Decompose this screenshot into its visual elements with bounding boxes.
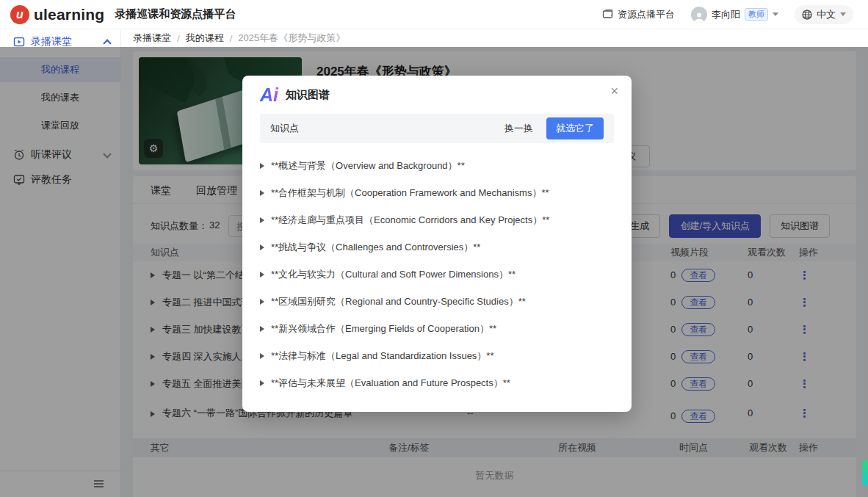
logo-wordmark: ulearning (34, 6, 104, 23)
breadcrumb-my-courses[interactable]: 我的课程 (186, 32, 224, 45)
item-label: **区域国别研究（Regional and Country-Specific S… (271, 295, 526, 308)
knowledge-point-item[interactable]: **区域国别研究（Regional and Country-Specific S… (260, 288, 614, 315)
expand-caret-icon[interactable] (260, 380, 264, 386)
swap-button[interactable]: 换一换 (504, 122, 533, 135)
assistant-drawer-handle[interactable] (862, 460, 868, 485)
breadcrumb-current-page: 2025年春《形势与政策》 (238, 32, 345, 45)
item-label: **法律与标准（Legal and Standardization Issues… (271, 349, 493, 363)
expand-caret-icon[interactable] (260, 326, 264, 332)
expand-caret-icon[interactable] (260, 272, 264, 277)
knowledge-point-item[interactable]: **评估与未来展望（Evaluation and Future Prospect… (260, 369, 614, 396)
knowledge-point-item[interactable]: **合作框架与机制（Cooperation Framework and Mech… (260, 179, 614, 206)
item-label: **评估与未来展望（Evaluation and Future Prospect… (271, 377, 510, 390)
modal-title: 知识图谱 (286, 88, 330, 102)
item-label: **挑战与争议（Challenges and Controversies）** (271, 241, 480, 254)
expand-caret-icon[interactable] (260, 299, 264, 305)
chevron-up-icon (103, 39, 111, 47)
item-label: **新兴领域合作（Emerging Fields of Cooperation）… (271, 322, 496, 335)
expand-caret-icon[interactable] (260, 190, 264, 196)
choose-it-button[interactable]: 就选它了 (546, 117, 604, 139)
item-label: **文化与软实力（Cultural and Soft Power Dimensi… (271, 268, 516, 281)
language-selector[interactable]: 中文 (795, 5, 853, 24)
breadcrumb-separator: / (230, 33, 233, 44)
knowledge-point-item[interactable]: **经济走廊与重点项目（Economic Corridors and Key P… (260, 206, 614, 233)
user-avatar (691, 7, 707, 23)
globe-icon (802, 10, 812, 20)
knowledge-point-item[interactable]: **法律与标准（Legal and Standardization Issues… (260, 342, 614, 369)
knowledge-point-item[interactable]: **概述与背景（Overview and Background）** (260, 152, 614, 179)
item-label: **概述与背景（Overview and Background）** (271, 159, 465, 173)
expand-caret-icon[interactable] (260, 217, 264, 223)
platform-switch-icon (602, 9, 613, 20)
knowledge-point-bar: 知识点 换一换 就选它了 (260, 114, 614, 143)
user-caret-icon (773, 12, 778, 16)
app-window: u ulearning 录播巡课和资源点播平台 资源点播平台 李向阳 教师 (0, 0, 868, 497)
user-role-badge: 教师 (745, 8, 768, 21)
expand-caret-icon[interactable] (260, 163, 264, 169)
modal-header: Ai 知识图谱 × (242, 76, 632, 114)
expand-caret-icon[interactable] (260, 353, 264, 359)
language-label: 中文 (817, 8, 836, 21)
app-logo[interactable]: u ulearning (10, 5, 104, 24)
user-name: 李向阳 (712, 8, 740, 21)
recorded-classroom-icon (13, 36, 25, 48)
breadcrumb-separator: / (177, 33, 180, 44)
knowledge-point-list: **概述与背景（Overview and Background）** **合作框… (260, 152, 614, 396)
top-header: u ulearning 录播巡课和资源点播平台 资源点播平台 李向阳 教师 (0, 0, 868, 29)
knowledge-point-item[interactable]: **挑战与争议（Challenges and Controversies）** (260, 233, 614, 261)
expand-caret-icon[interactable] (260, 244, 264, 250)
item-label: **合作框架与机制（Cooperation Framework and Mech… (271, 186, 549, 200)
breadcrumb-recorded-classroom[interactable]: 录播课堂 (133, 32, 171, 45)
breadcrumb: 录播课堂 / 我的课程 / 2025年春《形势与政策》 (121, 29, 868, 47)
ai-logo-icon: Ai (260, 84, 278, 106)
knowledge-point-label: 知识点 (270, 122, 299, 135)
knowledge-graph-modal: Ai 知识图谱 × 知识点 换一换 就选它了 **概述与背景（Overview … (242, 76, 632, 412)
close-icon[interactable]: × (610, 84, 618, 98)
knowledge-point-item[interactable]: **新兴领域合作（Emerging Fields of Cooperation）… (260, 315, 614, 342)
ulearning-logo-icon: u (10, 5, 29, 24)
switch-platform-label: 资源点播平台 (618, 8, 675, 21)
language-caret-icon (840, 12, 846, 16)
knowledge-point-item[interactable]: **文化与软实力（Cultural and Soft Power Dimensi… (260, 261, 614, 288)
switch-platform-button[interactable]: 资源点播平台 (602, 8, 675, 21)
item-label: **经济走廊与重点项目（Economic Corridors and Key P… (271, 214, 549, 227)
platform-title: 录播巡课和资源点播平台 (115, 7, 236, 21)
user-menu[interactable]: 李向阳 教师 (691, 7, 778, 23)
